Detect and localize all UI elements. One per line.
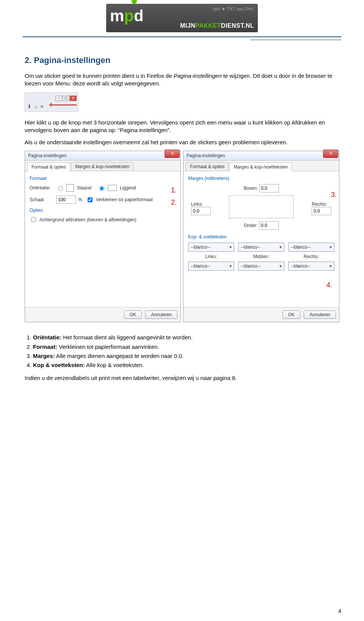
- margin-left-input[interactable]: [191, 207, 211, 215]
- footer-left-select[interactable]: --blanco--: [188, 262, 234, 271]
- intro-paragraph-2: Hier klikt u op de knop met 3 horizontal…: [25, 119, 339, 134]
- header-right-select[interactable]: --blanco--: [288, 243, 334, 252]
- annotation-2: 2.: [171, 199, 177, 206]
- annotation-4: 4.: [326, 281, 332, 289]
- header-left-select[interactable]: --blanco--: [188, 243, 234, 252]
- ok-button[interactable]: OK: [282, 310, 300, 319]
- home-icon: ⌂: [35, 104, 38, 109]
- checkbox-achtergrond[interactable]: [31, 217, 36, 222]
- checkbox-verkleinen[interactable]: [88, 197, 93, 202]
- cancel-button[interactable]: Annuleren: [304, 310, 336, 319]
- section-title: 2. Pagina-instellingen: [25, 55, 339, 65]
- portrait-icon: [66, 184, 74, 192]
- page-setup-dialog-format: Pagina-instellingen ✕ Formaat & opties M…: [25, 151, 181, 322]
- footer-right-select[interactable]: --blanco--: [288, 262, 334, 271]
- intro-paragraph-1: Om uw sticker goed te kunnen printen die…: [25, 72, 339, 88]
- margin-top-input[interactable]: [259, 184, 279, 192]
- menu-icon: ≡: [41, 104, 44, 109]
- radio-liggend[interactable]: [99, 186, 104, 191]
- margins-preview: [229, 195, 293, 218]
- footer-center-select[interactable]: --blanco--: [238, 262, 284, 271]
- tab-format-opties[interactable]: Formaat & opties: [27, 162, 70, 171]
- toolbar-screenshot: –▢✕ ⬇ ⌂ ≡: [25, 92, 78, 112]
- dialog-screenshots: Pagina-instellingen ✕ Formaat & opties M…: [25, 151, 339, 322]
- margin-right-input[interactable]: [312, 207, 331, 215]
- divider: [23, 36, 341, 37]
- dialog-title: Pagina-instellingen: [187, 153, 225, 158]
- close-icon[interactable]: ✕: [165, 150, 180, 158]
- cancel-button[interactable]: Annuleren: [145, 310, 177, 319]
- download-icon: ⬇: [27, 104, 31, 109]
- instruction-list: Oriëntatie: Het formaat dient als liggen…: [33, 334, 339, 369]
- landscape-icon: [108, 185, 117, 191]
- dialog-title: Pagina-instellingen: [28, 153, 66, 158]
- tab-marges[interactable]: Marges & kop-/voetteksten: [71, 162, 133, 171]
- page-setup-dialog-marges: Pagina-instellingen ✕ Formaat & opties M…: [183, 151, 339, 322]
- tab-marges[interactable]: Marges & kop-/voetteksten: [229, 162, 292, 171]
- scale-input[interactable]: [56, 195, 76, 204]
- ok-button[interactable]: OK: [124, 310, 142, 319]
- annotation-3: 3.: [331, 191, 337, 199]
- tab-format-opties[interactable]: Formaat & opties: [186, 162, 229, 171]
- red-arrow-icon: [47, 103, 77, 107]
- header-center-select[interactable]: --blanco--: [238, 243, 284, 252]
- close-icon[interactable]: ✕: [323, 150, 338, 158]
- intro-paragraph-3: Als u de onderstaande instellingen overn…: [25, 139, 339, 146]
- page-number: 4: [338, 608, 341, 614]
- radio-staand[interactable]: [58, 186, 63, 191]
- closing-paragraph: Indien u de verzendlabels uit print met …: [25, 374, 339, 382]
- margin-bottom-input[interactable]: [259, 221, 279, 230]
- annotation-1: 1.: [171, 186, 177, 194]
- header-logo: mpd dpd ✱ TNT ups DHL MIJNPAKKETDIENST.N…: [0, 0, 364, 33]
